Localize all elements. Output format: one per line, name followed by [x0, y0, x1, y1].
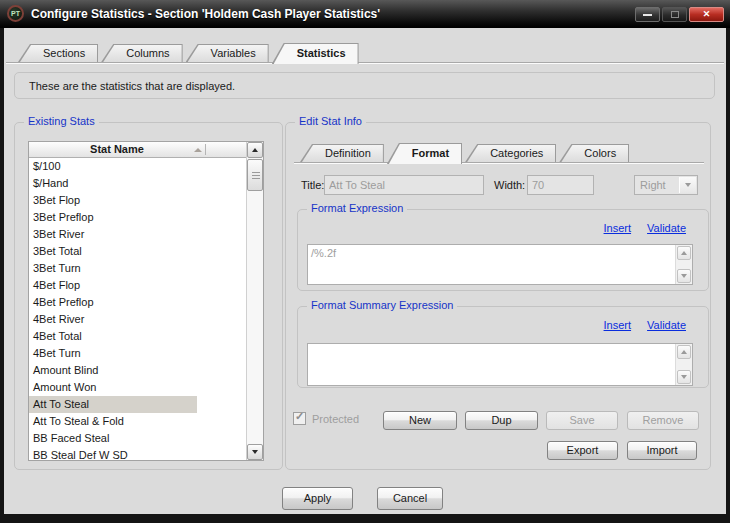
- validate-link[interactable]: Validate: [647, 319, 686, 331]
- list-item-label: Amount Blind: [29, 362, 197, 379]
- tab-definition[interactable]: Definition: [300, 144, 384, 162]
- list-item-label: BB Steal Def W SD: [29, 447, 197, 460]
- stat-list: Stat Name $/100$/Hand3Bet Flop3Bet Prefl…: [28, 141, 264, 461]
- list-scrollbar[interactable]: [246, 142, 263, 460]
- scrollbar-thumb[interactable]: [247, 159, 263, 191]
- list-item-label: 4Bet Turn: [29, 345, 197, 362]
- column-separator[interactable]: [205, 144, 206, 155]
- cancel-button[interactable]: Cancel: [377, 487, 443, 510]
- width-field-label: Width:: [494, 175, 525, 195]
- list-item[interactable]: 4Bet Total: [29, 328, 246, 345]
- import-button[interactable]: Import: [627, 441, 697, 460]
- list-item-label: 3Bet Total: [29, 243, 197, 260]
- stat-list-header[interactable]: Stat Name: [29, 142, 246, 158]
- maximize-button: [662, 7, 687, 22]
- stat-list-rows: $/100$/Hand3Bet Flop3Bet Preflop3Bet Riv…: [29, 158, 246, 460]
- format-expression-group: Format Expression Insert Validate /%.2f: [297, 209, 709, 291]
- dropdown-button: [679, 177, 696, 193]
- edit-stat-info-group: Edit Stat Info Definition Format Categor…: [285, 122, 711, 470]
- app-logo-text: PT: [11, 10, 20, 17]
- minimize-button[interactable]: [635, 7, 660, 22]
- list-item[interactable]: $/Hand: [29, 175, 246, 192]
- list-item-label: Amount Won: [29, 379, 197, 396]
- list-item[interactable]: 4Bet Preflop: [29, 294, 246, 311]
- list-item[interactable]: 3Bet Turn: [29, 260, 246, 277]
- new-button[interactable]: New: [383, 411, 457, 430]
- scroll-down-button[interactable]: [247, 444, 263, 460]
- list-item[interactable]: BB Faced Steal: [29, 430, 246, 447]
- title-input: [324, 175, 484, 195]
- list-item-label: 4Bet Total: [29, 328, 197, 345]
- list-item[interactable]: Amount Blind: [29, 362, 246, 379]
- list-item[interactable]: BB Steal Def W SD: [29, 447, 246, 460]
- minimize-icon: [643, 14, 652, 16]
- list-item-label: 4Bet Flop: [29, 277, 197, 294]
- scroll-down-icon: [252, 450, 258, 454]
- scroll-up-button[interactable]: [247, 142, 263, 158]
- validate-link[interactable]: Validate: [647, 222, 686, 234]
- description-text: These are the statistics that are displa…: [29, 73, 235, 99]
- scroll-down-icon: [681, 274, 687, 278]
- maximize-icon: [671, 11, 679, 18]
- expression-scrollbar: [675, 344, 692, 385]
- titlebar[interactable]: PT Configure Statistics - Section 'Holde…: [0, 0, 730, 28]
- existing-stats-group: Existing Stats Stat Name $/100$/Hand3Bet…: [14, 122, 283, 470]
- protected-checkbox: ✓: [293, 412, 306, 425]
- scroll-up-icon: [252, 148, 258, 152]
- window-controls: ✕: [635, 7, 724, 22]
- format-summary-expression-group: Format Summary Expression Insert Validat…: [297, 306, 709, 388]
- tab-statistics[interactable]: Statistics: [272, 43, 359, 64]
- scroll-up-button: [677, 246, 691, 260]
- tab-colors[interactable]: Colors: [559, 144, 629, 162]
- scroll-up-icon: [681, 350, 687, 354]
- dup-button[interactable]: Dup: [465, 411, 538, 430]
- close-button[interactable]: ✕: [689, 7, 724, 22]
- apply-button[interactable]: Apply: [282, 487, 353, 510]
- list-item[interactable]: 3Bet Total: [29, 243, 246, 260]
- edit-stat-info-label: Edit Stat Info: [295, 115, 366, 127]
- list-item[interactable]: Amount Won: [29, 379, 246, 396]
- description-box: These are the statistics that are displa…: [14, 72, 715, 99]
- export-button[interactable]: Export: [547, 441, 618, 460]
- tab-categories[interactable]: Categories: [465, 144, 556, 162]
- list-item-label: 3Bet Turn: [29, 260, 197, 277]
- insert-link[interactable]: Insert: [604, 222, 632, 234]
- list-item[interactable]: $/100: [29, 158, 246, 175]
- list-item-label: $/Hand: [29, 175, 197, 192]
- window-title: Configure Statistics - Section 'Holdem C…: [31, 7, 380, 21]
- scroll-down-button: [677, 269, 691, 283]
- tab-format[interactable]: Format: [387, 143, 462, 164]
- format-summary-expression-label: Format Summary Expression: [307, 299, 457, 311]
- list-item-label: 3Bet Flop: [29, 192, 197, 209]
- scroll-down-button: [677, 370, 691, 384]
- format-summary-expression-input[interactable]: [307, 343, 693, 386]
- list-item[interactable]: 4Bet River: [29, 311, 246, 328]
- list-item[interactable]: 3Bet Flop: [29, 192, 246, 209]
- sort-ascending-icon: [194, 148, 202, 152]
- remove-button: Remove: [627, 411, 699, 430]
- list-item[interactable]: 3Bet River: [29, 226, 246, 243]
- tab-sections[interactable]: Sections: [18, 44, 98, 62]
- checkmark-icon: ✓: [295, 410, 304, 423]
- list-item[interactable]: Att To Steal: [29, 396, 246, 413]
- close-icon: ✕: [703, 10, 711, 19]
- insert-link[interactable]: Insert: [604, 319, 632, 331]
- list-item-label: 3Bet River: [29, 226, 197, 243]
- list-item-label: BB Faced Steal: [29, 430, 197, 447]
- app-logo-icon: PT: [7, 5, 24, 22]
- list-item[interactable]: 4Bet Flop: [29, 277, 246, 294]
- existing-stats-label: Existing Stats: [24, 115, 99, 127]
- list-item[interactable]: Att To Steal & Fold: [29, 413, 246, 430]
- save-button: Save: [546, 411, 618, 430]
- format-expression-input[interactable]: /%.2f: [307, 244, 693, 285]
- list-item-label: 4Bet River: [29, 311, 197, 328]
- list-item[interactable]: 4Bet Turn: [29, 345, 246, 362]
- list-item-label: 3Bet Preflop: [29, 209, 197, 226]
- stat-tab-divider: [294, 162, 704, 163]
- column-header-stat-name[interactable]: Stat Name: [29, 142, 205, 157]
- list-item[interactable]: 3Bet Preflop: [29, 209, 246, 226]
- tab-divider: [6, 62, 724, 63]
- tab-variables[interactable]: Variables: [186, 44, 269, 62]
- tab-columns[interactable]: Columns: [101, 44, 182, 62]
- alignment-value: Right: [640, 176, 666, 194]
